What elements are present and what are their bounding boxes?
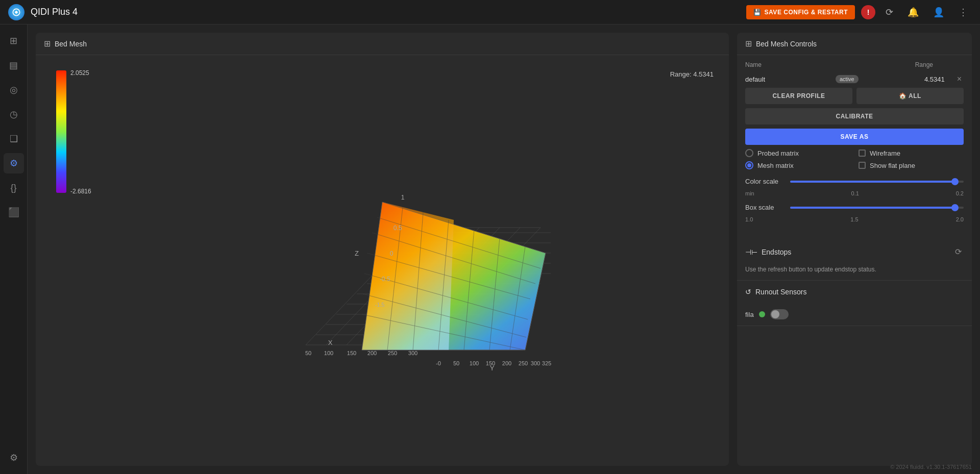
runout-sensors-icon: ↺ (745, 288, 751, 296)
sidebar-item-dashboard[interactable]: ⊞ (4, 31, 24, 51)
svg-text:50: 50 (453, 360, 459, 366)
sidebar-item-console[interactable]: ▤ (4, 55, 24, 76)
profile-section: Name Range default active 4.5341 × CLEAR… (737, 55, 972, 238)
svg-text:100: 100 (324, 350, 333, 356)
endstops-title: Endstops (762, 248, 791, 256)
endstops-header[interactable]: ⊣⊢ Endstops ⟳ (737, 238, 972, 266)
wireframe-option[interactable]: Wireframe (859, 149, 964, 157)
sensor-fila-status-dot (759, 311, 765, 317)
flat-plane-option[interactable]: Show flat plane (859, 161, 964, 169)
app-header: QIDI Plus 4 💾 SAVE CONFIG & RESTART ! ⟳ … (0, 0, 980, 24)
color-scale-thumb[interactable] (951, 178, 959, 185)
box-scale-min: 1.0 (745, 216, 753, 222)
sidebar-item-settings[interactable]: ⚙ (4, 447, 24, 468)
controls-panel-header: ⊞ Bed Mesh Controls (737, 33, 972, 55)
color-bar (56, 70, 66, 193)
svg-text:150: 150 (347, 350, 356, 356)
color-bar-max: 2.0525 (70, 69, 89, 77)
sensor-fila-toggle[interactable] (770, 309, 789, 319)
runout-sensors-title-group: ↺ Runout Sensors (745, 288, 806, 296)
endstops-refresh-button[interactable]: ⟳ (953, 245, 964, 259)
notification-icon[interactable]: 🔔 (903, 5, 923, 20)
bed-mesh-title: Bed Mesh (55, 40, 87, 48)
profile-range-header: Range (839, 61, 964, 68)
svg-text:0.5: 0.5 (394, 224, 402, 232)
active-badge: active (836, 75, 859, 83)
action-buttons-row1: CLEAR PROFILE 🏠 ALL (745, 88, 964, 104)
color-scale-max: 0.2 (956, 190, 964, 196)
controls-panel: ⊞ Bed Mesh Controls Name Range default a… (737, 33, 972, 466)
runout-sensors-header[interactable]: ↺ Runout Sensors (737, 281, 972, 303)
wireframe-checkbox[interactable] (859, 149, 866, 157)
config-icon: ⚙ (10, 158, 18, 169)
sensor-fila-name: fila (745, 311, 754, 318)
range-label: Range: 4.5341 (670, 70, 714, 78)
sidebar-item-config[interactable]: ⚙ (4, 153, 24, 173)
files-icon: ❑ (10, 133, 18, 144)
bed-mesh-icon: ⊞ (44, 39, 51, 48)
svg-text:100: 100 (470, 360, 479, 366)
tune-icon: ◎ (10, 84, 18, 95)
probed-matrix-radio[interactable] (745, 149, 753, 157)
box-scale-fill (790, 207, 955, 209)
more-options-icon[interactable]: ⋮ (954, 5, 972, 20)
endstops-section: ⊣⊢ Endstops ⟳ Use the refresh button to … (737, 238, 972, 281)
endstops-info: Use the refresh button to update endstop… (737, 266, 972, 280)
svg-text:325: 325 (542, 360, 551, 366)
action-buttons-row3: SAVE AS (745, 129, 964, 145)
svg-text:250: 250 (519, 360, 528, 366)
all-button[interactable]: 🏠 ALL (856, 88, 964, 104)
svg-text:300: 300 (408, 350, 418, 356)
svg-text:-0.5: -0.5 (380, 276, 390, 283)
svg-text:-0: -0 (436, 360, 441, 366)
settings-icon: ⚙ (10, 452, 18, 463)
mesh-visualization: 1 0.5 0 -0.5 -1.5 Z 50 100 150 200 250 3… (204, 151, 561, 370)
save-as-button[interactable]: SAVE AS (745, 129, 964, 145)
sidebar-item-history[interactable]: ◷ (4, 104, 24, 124)
mesh-matrix-radio[interactable] (745, 161, 753, 169)
app-title: QIDI Plus 4 (31, 7, 746, 17)
clear-profile-button[interactable]: CLEAR PROFILE (745, 88, 852, 104)
color-scale-slider: Color scale min 0.1 0.2 (745, 178, 964, 196)
sidebar-item-tune[interactable]: ◎ (4, 80, 24, 100)
sidebar-item-files[interactable]: ❑ (4, 129, 24, 149)
dashboard-icon: ⊞ (10, 35, 17, 46)
timelapse-icon: ⬛ (8, 207, 19, 218)
box-scale-thumb[interactable] (951, 204, 959, 211)
profile-name: default (745, 76, 831, 83)
svg-text:X: X (328, 339, 333, 346)
user-icon[interactable]: 👤 (929, 5, 948, 20)
sidebar-item-macros[interactable]: {} (4, 178, 24, 198)
probed-matrix-option[interactable]: Probed matrix (745, 149, 850, 157)
action-buttons-row2: CALIBRATE (745, 108, 964, 124)
update-icon[interactable]: ⟳ (881, 5, 897, 20)
flat-plane-checkbox[interactable] (859, 162, 866, 169)
svg-text:Z: Z (355, 250, 359, 257)
svg-text:300: 300 (531, 360, 540, 366)
sidebar: ⊞ ▤ ◎ ◷ ❑ ⚙ {} ⬛ ⚙ (0, 24, 28, 474)
mesh-matrix-option[interactable]: Mesh matrix (745, 161, 850, 169)
box-scale-slider: Box scale 1.0 1.5 2.0 (745, 204, 964, 222)
profile-headers: Name Range (745, 61, 964, 68)
app-logo (8, 4, 24, 20)
sensor-fila-row: fila (737, 303, 972, 326)
flat-plane-label: Show flat plane (870, 162, 915, 169)
calibrate-button[interactable]: CALIBRATE (745, 108, 964, 124)
sidebar-item-timelapse[interactable]: ⬛ (4, 202, 24, 222)
runout-sensors-title: Runout Sensors (755, 288, 806, 296)
profile-close-button[interactable]: × (955, 74, 964, 84)
bed-mesh-header: ⊞ Bed Mesh (36, 33, 729, 55)
color-scale-track[interactable] (790, 181, 964, 183)
color-bar-min: -2.6816 (70, 188, 91, 195)
box-scale-track[interactable] (790, 207, 964, 209)
toggle-thumb (771, 310, 779, 318)
color-scale-min: min (745, 190, 754, 196)
box-scale-mid: 1.5 (850, 216, 858, 222)
controls-title: Bed Mesh Controls (756, 40, 817, 48)
alert-icon[interactable]: ! (861, 5, 875, 19)
box-scale-values: 1.0 1.5 2.0 (745, 214, 964, 222)
svg-text:200: 200 (368, 350, 377, 356)
svg-text:250: 250 (388, 350, 397, 356)
box-scale-label: Box scale (745, 204, 786, 211)
save-config-button[interactable]: 💾 SAVE CONFIG & RESTART (746, 5, 855, 19)
